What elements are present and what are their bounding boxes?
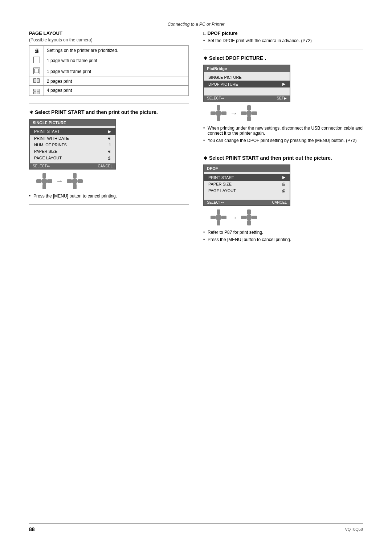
four-page-icon (33, 89, 40, 94)
dpad-left (211, 216, 216, 219)
menu-item-label: PAPER SIZE (208, 182, 232, 186)
icon-cell: 🖨 (29, 46, 44, 55)
dpof-print-screen: DPOF PRINT START ▶ PAPER SIZE 🖨 PAGE LAY… (203, 164, 290, 206)
text-cell: Settings on the printer are prioritized. (44, 46, 189, 55)
footer-cancel: CANCEL (272, 200, 287, 204)
divider1 (203, 49, 363, 49)
dpad-left (211, 111, 216, 115)
dpad-right (252, 111, 257, 115)
right-column: DPOF picture Set the DPOF print with the… (203, 30, 363, 254)
dpad-center (41, 178, 47, 184)
screen-footer: SELECT⇔ CANCEL (204, 200, 290, 205)
divider (29, 103, 189, 103)
footer-select: SELECT⇔ (33, 164, 50, 168)
two-column-layout: PAGE LAYOUT (Possible layouts on the cam… (29, 30, 363, 254)
menu-item-icon: 🖨 (107, 149, 111, 154)
screen-body: SINGLE PICTURE DPOF PICTURE ▶ (204, 72, 290, 95)
screen-row-num-prints: NUM. OF PRINTS 1 (30, 142, 115, 148)
menu-item-label: DPOF PICTURE (208, 82, 238, 86)
dpad-left (67, 179, 72, 183)
table-row: 1 page with frame print (29, 66, 189, 77)
dpof-heading-text: DPOF picture (207, 30, 237, 36)
dpof-heading: DPOF picture (203, 30, 363, 36)
page-layout-title: PAGE LAYOUT (29, 30, 189, 36)
select-print-start-heading2: Select PRINT START and then print out th… (203, 155, 363, 161)
top-label: Connecting to a PC or Printer (29, 22, 363, 27)
dpad-center (216, 110, 221, 116)
spacer (204, 87, 290, 93)
dpad-right (47, 179, 52, 183)
footer-cancel: CANCEL (98, 164, 113, 168)
dpad-left (241, 216, 246, 219)
no-frame-icon (33, 57, 40, 63)
dpad-top (247, 105, 251, 110)
d-pad-left (36, 173, 52, 189)
screen-body: PRINT START ▶ PRINT WITH DATE 🖨 NUM. OF … (30, 126, 115, 163)
screen-row-print-start: PRINT START ▶ (30, 128, 115, 135)
table-row: 2 pages print (29, 77, 189, 86)
d-pad-right (241, 209, 257, 225)
screen-row-page-layout: PAGE LAYOUT 🖨 (204, 187, 290, 194)
dpad-bottom (217, 220, 220, 225)
divider-bottom (29, 204, 189, 205)
divider2 (203, 149, 363, 149)
dpad-center (72, 178, 78, 184)
text-cell: 1 page with frame print (44, 66, 189, 77)
arrow-right-icon: → (56, 177, 63, 185)
dpad-right (78, 179, 83, 183)
pictbridge-screen: PictBridge SINGLE PICTURE DPOF PICTURE ▶… (203, 65, 290, 102)
menu-item-arrow: ▶ (282, 175, 285, 180)
page-footer: 88 VQT0Q58 (29, 524, 363, 532)
page-container: Connecting to a PC or Printer PAGE LAYOU… (0, 0, 392, 554)
dpad-top (247, 209, 251, 215)
dpad-row: → (36, 173, 189, 189)
dpad-bottom (73, 184, 77, 189)
footer-set: SET▶ (277, 96, 287, 100)
footer-line (29, 524, 363, 524)
menu-item-icon: 🖨 (281, 188, 285, 193)
table-row: 4 pages print (29, 86, 189, 96)
select-dpof-heading: Select DPOF PICTURE . (203, 55, 363, 61)
dpad-bottom (217, 116, 220, 121)
screen-header: PictBridge (204, 65, 290, 72)
screen-header: SINGLE PICTURE (30, 119, 115, 126)
dpad-bottom (42, 184, 46, 189)
dpad-top (42, 173, 46, 178)
screen-body: PRINT START ▶ PAPER SIZE 🖨 PAGE LAYOUT 🖨 (204, 172, 290, 200)
bullet-press-menu2: Press the [MENU] button to cancel printi… (203, 237, 363, 242)
dpad-left (241, 111, 246, 115)
d-pad-right (241, 105, 257, 121)
frame-icon (33, 68, 40, 74)
screen-header: DPOF (204, 165, 290, 172)
dpad-right (252, 216, 257, 219)
bullet-refer-p87: Refer to P87 for print setting. (203, 230, 363, 235)
menu-item-label: PAPER SIZE (34, 149, 57, 154)
footer-content: 88 VQT0Q58 (29, 526, 363, 532)
menu-item-label: PAGE LAYOUT (34, 156, 62, 160)
bullet-change-dpof: You can change the DPOF print setting by… (203, 138, 363, 143)
table-row: 1 page with no frame print (29, 55, 189, 66)
menu-item-value: 1 (109, 143, 111, 147)
dpad-center (246, 110, 252, 116)
two-page-icon (33, 78, 40, 83)
page-layout-section: PAGE LAYOUT (Possible layouts on the cam… (29, 30, 189, 96)
page-number: 88 (29, 526, 35, 532)
screen-row-paper-size: PAPER SIZE 🖨 (30, 148, 115, 155)
text-cell: 2 pages print (44, 77, 189, 86)
menu-item-label: PAGE LAYOUT (208, 188, 236, 193)
screen-row-print-with-date: PRINT WITH DATE 🖨 (30, 135, 115, 142)
icon-cell (29, 66, 44, 77)
dpad-right (221, 216, 226, 219)
icon-cell (29, 86, 44, 96)
dpad-top (217, 209, 220, 215)
dpad-left (36, 179, 41, 183)
dpof-bullet: Set the DPOF print with the camera in ad… (203, 38, 363, 43)
d-pad-right (67, 173, 83, 189)
arrow-right-icon: → (230, 109, 237, 118)
menu-item-arrow: ▶ (108, 129, 111, 134)
bullet-new-settings: When printing under the new settings, di… (203, 126, 363, 136)
text-cell: 1 page with no frame print (44, 55, 189, 66)
menu-item-label: NUM. OF PRINTS (34, 143, 67, 147)
dpad-center (216, 215, 221, 220)
menu-item-icon: 🖨 (281, 182, 285, 186)
